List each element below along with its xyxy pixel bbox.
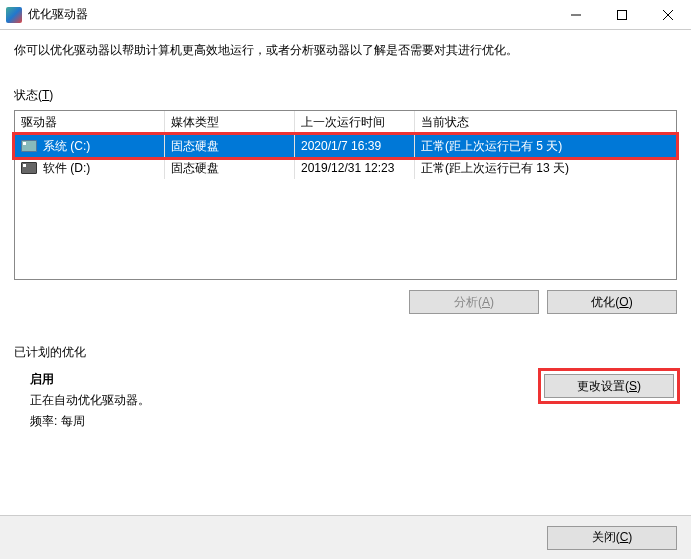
table-row[interactable]: 系统 (C:) 固态硬盘 2020/1/7 16:39 正常(距上次运行已有 5… [15,135,676,157]
table-row[interactable]: 软件 (D:) 固态硬盘 2019/12/31 12:23 正常(距上次运行已有… [15,157,676,179]
drive-icon [21,162,37,174]
status-label: 状态(T) [14,87,677,104]
svg-rect-0 [618,10,627,19]
close-button[interactable]: 关闭(C) [547,526,677,550]
column-media[interactable]: 媒体类型 [165,111,295,134]
action-buttons: 分析(A) 优化(O) [14,290,677,314]
cell-media: 固态硬盘 [165,135,295,157]
grid-header: 驱动器 媒体类型 上一次运行时间 当前状态 [15,111,676,135]
app-icon [6,7,22,23]
optimize-button[interactable]: 优化(O) [547,290,677,314]
cell-current: 正常(距上次运行已有 13 天) [415,157,676,179]
schedule-enabled-label: 启用 [30,372,54,386]
maximize-button[interactable] [599,0,645,30]
minimize-button[interactable] [553,0,599,30]
schedule-desc: 正在自动优化驱动器。 [30,392,541,409]
main-content: 你可以优化驱动器以帮助计算机更高效地运行，或者分析驱动器以了解是否需要对其进行优… [0,30,691,434]
column-current[interactable]: 当前状态 [415,111,676,134]
schedule-info: 启用 正在自动优化驱动器。 频率: 每周 [14,371,541,434]
drive-icon [21,140,37,152]
titlebar: 优化驱动器 [0,0,691,30]
close-icon [663,10,673,20]
drives-grid: 驱动器 媒体类型 上一次运行时间 当前状态 系统 (C:) 固态硬盘 2020/… [14,110,677,280]
cell-current: 正常(距上次运行已有 5 天) [415,135,676,157]
window-title: 优化驱动器 [28,6,553,23]
schedule-frequency: 频率: 每周 [30,413,541,430]
cell-lastrun: 2020/1/7 16:39 [295,135,415,157]
cell-lastrun: 2019/12/31 12:23 [295,157,415,179]
column-drive[interactable]: 驱动器 [15,111,165,134]
column-lastrun[interactable]: 上一次运行时间 [295,111,415,134]
cell-drive: 软件 (D:) [43,160,90,177]
description-text: 你可以优化驱动器以帮助计算机更高效地运行，或者分析驱动器以了解是否需要对其进行优… [14,42,677,59]
cell-drive: 系统 (C:) [43,138,90,155]
schedule-block: 启用 正在自动优化驱动器。 频率: 每周 更改设置(S) [14,371,677,434]
analyze-button[interactable]: 分析(A) [409,290,539,314]
schedule-title: 已计划的优化 [14,344,677,361]
grid-body: 系统 (C:) 固态硬盘 2020/1/7 16:39 正常(距上次运行已有 5… [15,135,676,179]
cell-media: 固态硬盘 [165,157,295,179]
footer: 关闭(C) [0,515,691,559]
schedule-actions: 更改设置(S) [541,371,677,434]
minimize-icon [571,10,581,20]
close-window-button[interactable] [645,0,691,30]
change-settings-button[interactable]: 更改设置(S) [544,374,674,398]
maximize-icon [617,10,627,20]
